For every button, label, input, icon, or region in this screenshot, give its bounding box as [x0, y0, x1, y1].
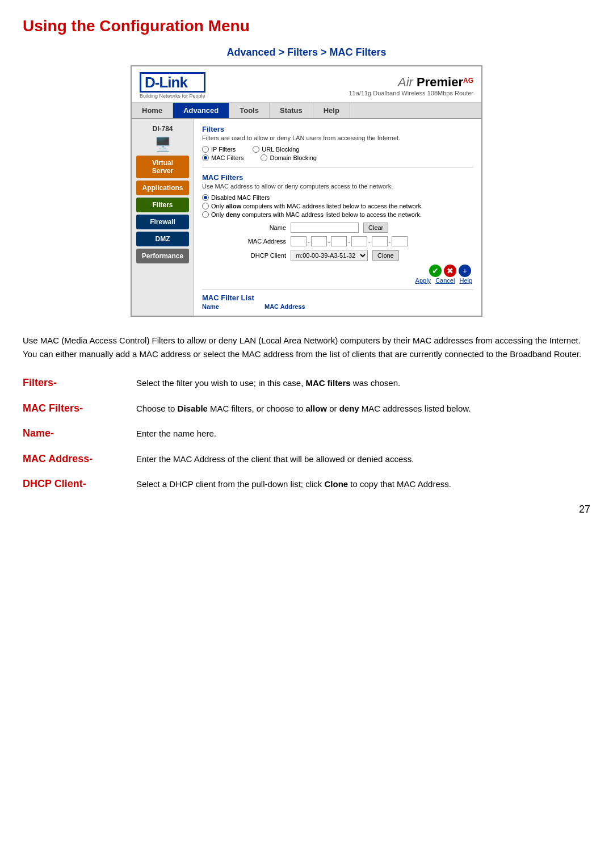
term-label-dhcp-client: DHCP Client- [23, 478, 125, 490]
mac-sep-2: - [328, 238, 330, 245]
ip-filters-label: IP Filters [211, 146, 236, 153]
list-header: Name MAC Address [202, 303, 473, 310]
help-label[interactable]: Help [459, 277, 472, 284]
term-def-filters: Select the filter you wish to use; in th… [136, 377, 590, 390]
mac-address-row: MAC Address - - - - - [202, 236, 473, 246]
column-name: Name [202, 303, 219, 310]
mac-octet-6[interactable] [392, 236, 408, 246]
model-label: DI-784 [132, 125, 194, 133]
term-def-mac-filters: Choose to Disable MAC filters, or choose… [136, 402, 590, 416]
radio-allow-mac[interactable] [202, 203, 209, 209]
description-text: Use MAC (Media Access Control) Filters t… [23, 334, 590, 361]
filter-url[interactable]: URL Blocking [253, 146, 299, 153]
column-mac: MAC Address [264, 303, 305, 310]
domain-blocking-label: Domain Blocking [270, 154, 317, 161]
air-text: Air [398, 75, 417, 89]
filter-mac[interactable]: MAC Filters [202, 154, 243, 161]
filter-row-1: IP Filters URL Blocking [202, 146, 473, 153]
filter-ip[interactable]: IP Filters [202, 146, 236, 153]
router-subtitle: 11a/11g Dualband Wireless 108Mbps Router [349, 90, 473, 97]
help-icon[interactable]: + [459, 265, 471, 277]
radio-mac-filters[interactable] [202, 154, 209, 161]
name-label: Name [241, 224, 286, 231]
name-input[interactable] [291, 223, 359, 233]
mac-option-allow[interactable]: Only allow computers with MAC address li… [202, 203, 473, 209]
disabled-mac-label: Disabled MAC Filters [211, 194, 270, 201]
tagline: Building Networks for People [140, 94, 205, 99]
router-content: DI-784 🖥️ Virtual Server Applications Fi… [132, 119, 481, 316]
mac-address-label: MAC Address [241, 238, 286, 245]
term-name: Name- Enter the name here. [23, 427, 590, 441]
term-label-mac-address: MAC Address- [23, 453, 125, 465]
router-ui-box: D-Link Building Networks for People Air … [131, 65, 482, 317]
mac-option-disabled[interactable]: Disabled MAC Filters [202, 194, 473, 201]
mac-filters-section: MAC Filters Use MAC address to allow or … [202, 173, 473, 310]
term-mac-address: MAC Address- Enter the MAC Address of th… [23, 453, 590, 466]
mac-octet-4[interactable] [351, 236, 367, 246]
section-heading: Advanced > Filters > MAC Filters [23, 47, 590, 58]
sidebar-item-firewall[interactable]: Firewall [136, 215, 189, 229]
apply-label[interactable]: Apply [415, 277, 431, 284]
apply-icon[interactable]: ✔ [429, 265, 442, 277]
radio-disabled-mac[interactable] [202, 194, 209, 201]
dhcp-client-row: DHCP Client m:00-00-39-A3-51-32 Clone [202, 250, 473, 261]
filters-title: Filters [202, 125, 473, 133]
sidebar-item-applications[interactable]: Applications [136, 181, 189, 195]
dlink-logo: D-Link Building Networks for People [140, 72, 205, 99]
mac-sep-1: - [308, 238, 310, 245]
radio-deny-mac[interactable] [202, 211, 209, 218]
radio-ip-filters[interactable] [202, 146, 209, 153]
clone-button[interactable]: Clone [372, 250, 399, 261]
clear-button[interactable]: Clear [363, 223, 388, 233]
filter-row-2: MAC Filters Domain Blocking [202, 154, 473, 161]
term-def-dhcp-client: Select a DHCP client from the pull-down … [136, 478, 590, 491]
mac-filters-title: MAC Filters [202, 173, 473, 182]
mac-filters-label: MAC Filters [211, 154, 243, 161]
action-labels: Apply Cancel Help [202, 277, 473, 284]
mac-options: Disabled MAC Filters Only allow computer… [202, 194, 473, 218]
page-title: Using the Configuration Menu [23, 17, 590, 35]
page-number: 27 [23, 504, 590, 515]
mac-filters-desc: Use MAC address to allow or deny compute… [202, 183, 473, 190]
mac-octet-2[interactable] [311, 236, 327, 246]
nav-tools[interactable]: Tools [229, 103, 270, 118]
dhcp-client-select[interactable]: m:00-00-39-A3-51-32 [291, 250, 368, 261]
nav-status[interactable]: Status [270, 103, 313, 118]
filters-desc: Filters are used to allow or deny LAN us… [202, 135, 473, 141]
main-content: Filters Filters are used to allow or den… [194, 119, 481, 316]
brand-name: D-Link [140, 72, 205, 93]
sidebar-item-virtual-server[interactable]: Virtual Server [136, 156, 189, 178]
action-icons-row: ✔ ✖ + [202, 265, 473, 277]
filter-options: IP Filters URL Blocking MAC Filters Doma… [202, 146, 473, 161]
mac-filter-list: MAC Filter List Name MAC Address [202, 290, 473, 310]
mac-octet-3[interactable] [331, 236, 347, 246]
ag-text: AG [463, 76, 473, 84]
name-row: Name Clear [202, 223, 473, 233]
dhcp-client-label: DHCP Client [241, 252, 286, 259]
term-label-name: Name- [23, 427, 125, 439]
mac-address-inputs: - - - - - [291, 236, 408, 246]
mac-octet-5[interactable] [372, 236, 388, 246]
filter-domain[interactable]: Domain Blocking [261, 154, 317, 161]
deny-mac-label: Only deny computers with MAC address lis… [211, 211, 422, 218]
router-icon: 🖥️ [132, 136, 194, 152]
radio-url-blocking[interactable] [253, 146, 259, 153]
term-dhcp-client: DHCP Client- Select a DHCP client from t… [23, 478, 590, 491]
nav-home[interactable]: Home [132, 103, 173, 118]
mac-filter-list-title: MAC Filter List [202, 293, 473, 302]
cancel-icon[interactable]: ✖ [444, 265, 456, 277]
nav-advanced[interactable]: Advanced [173, 103, 229, 118]
nav-help[interactable]: Help [313, 103, 350, 118]
sidebar-item-filters[interactable]: Filters [136, 198, 189, 212]
sidebar-item-dmz[interactable]: DMZ [136, 232, 189, 246]
premier-text: Premier [417, 75, 463, 89]
term-label-filters: Filters- [23, 377, 125, 389]
sidebar-item-performance[interactable]: Performance [136, 249, 189, 263]
air-premier-logo: Air PremierAG 11a/11g Dualband Wireless … [349, 75, 473, 97]
cancel-label[interactable]: Cancel [435, 277, 455, 284]
term-filters: Filters- Select the filter you wish to u… [23, 377, 590, 390]
mac-octet-1[interactable] [291, 236, 306, 246]
nav-bar: Home Advanced Tools Status Help [132, 103, 481, 119]
radio-domain-blocking[interactable] [261, 154, 267, 161]
mac-option-deny[interactable]: Only deny computers with MAC address lis… [202, 211, 473, 218]
